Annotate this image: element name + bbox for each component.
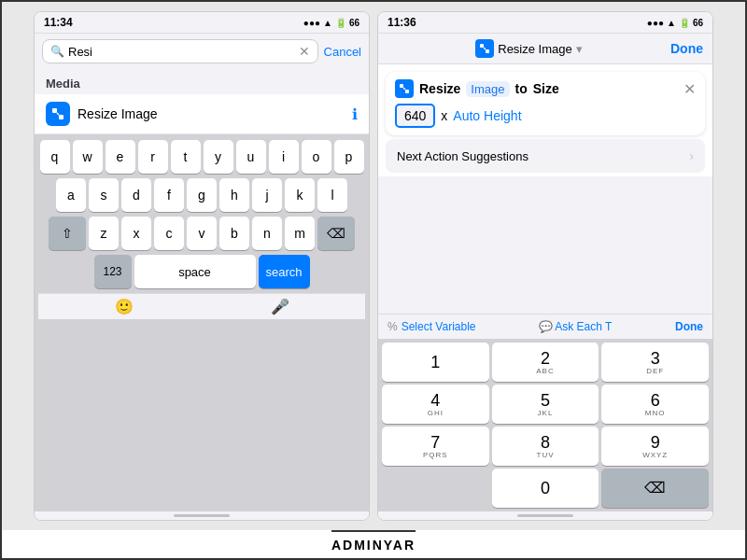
phone1-battery-value: 66 (349, 18, 359, 28)
svg-rect-7 (405, 90, 409, 93)
kb-t[interactable]: t (171, 140, 201, 174)
space-key[interactable]: space (134, 255, 256, 288)
action-card-row1: Resize Image to Size ✕ (395, 79, 696, 98)
kb-o[interactable]: o (302, 140, 331, 174)
phone1-search-text: Resi (68, 45, 295, 59)
kb-u[interactable]: u (236, 140, 266, 174)
np-7[interactable]: 7PQRS (382, 427, 489, 466)
kb-d[interactable]: d (121, 178, 151, 212)
kb-c[interactable]: c (154, 217, 184, 250)
action-close-btn[interactable]: ✕ (684, 80, 696, 98)
kb-f[interactable]: f (154, 178, 184, 212)
percent-icon: % (388, 320, 398, 333)
phone2-status-icons: ●●● ▲ 🔋 66 (647, 18, 703, 28)
width-input[interactable]: 640 (395, 104, 435, 128)
np-3[interactable]: 3DEF (601, 343, 709, 382)
resize-image-icon (46, 102, 70, 126)
phone2-time: 11:36 (388, 16, 416, 29)
kb-g[interactable]: g (187, 178, 217, 212)
delete-key[interactable]: ⌫ (317, 217, 355, 250)
kb-q[interactable]: q (40, 140, 70, 174)
phone2-header-chevron: ▾ (576, 42, 583, 56)
kb-h[interactable]: h (219, 178, 249, 212)
kb-b[interactable]: b (219, 217, 249, 250)
search-key[interactable]: search (259, 255, 310, 288)
kb-a[interactable]: a (56, 178, 86, 212)
resize-image-label: Resize Image (78, 106, 345, 121)
phone2-numpad: 1 2ABC 3DEF 4GHI 5JKL 6MNO 7PQRS 8TUV 9W… (378, 339, 712, 511)
phone2-header-title-text: Resize Image (498, 42, 571, 56)
home-line-2 (517, 514, 573, 517)
np-0[interactable]: 0 (492, 469, 599, 508)
np-delete[interactable]: ⌫ (601, 469, 709, 508)
kb-s[interactable]: s (89, 178, 119, 212)
svg-rect-0 (52, 108, 57, 113)
phone1-section-label: Media (35, 69, 369, 94)
svg-line-2 (57, 113, 59, 115)
svg-rect-4 (486, 49, 489, 53)
kb-v[interactable]: v (187, 217, 217, 250)
kb-j[interactable]: j (252, 178, 282, 212)
phone1: 11:34 ●●● ▲ 🔋 66 🔍 Resi ✕ Cancel Media (34, 11, 370, 521)
kb-n[interactable]: n (252, 217, 282, 250)
action-card: Resize Image to Size ✕ 640 x Auto Height (386, 72, 705, 135)
phone1-search-box[interactable]: 🔍 Resi ✕ (42, 39, 318, 63)
kb-row-4: 123 space search (38, 255, 365, 288)
np-6[interactable]: 6MNO (601, 385, 709, 424)
select-variable-btn[interactable]: Select Variable (402, 320, 476, 333)
np-2[interactable]: 2ABC (492, 343, 599, 382)
kb-p[interactable]: p (334, 140, 364, 174)
auto-height-link[interactable]: Auto Height (453, 108, 521, 123)
np-8[interactable]: 8TUV (492, 427, 599, 466)
phone1-time: 11:34 (44, 16, 73, 29)
kb-m[interactable]: m (285, 217, 315, 250)
phone2-wifi-icon: ▲ (667, 18, 676, 28)
kb-r[interactable]: r (138, 140, 168, 174)
next-action-row[interactable]: Next Action Suggestions › (386, 139, 705, 173)
kb-row-1: q w e r t y u i o p (38, 140, 365, 174)
svg-rect-1 (59, 115, 63, 119)
np-9[interactable]: 9WXYZ (601, 427, 709, 466)
emoji-icon[interactable]: 🙂 (115, 298, 134, 315)
kb-z[interactable]: z (89, 217, 119, 250)
np-1[interactable]: 1 (382, 343, 489, 382)
phone1-clear-icon[interactable]: ✕ (299, 44, 310, 59)
mic-icon[interactable]: 🎤 (271, 298, 289, 315)
np-5[interactable]: 5JKL (492, 385, 599, 424)
watermark: ADMINYAR (331, 530, 416, 558)
kb-k[interactable]: k (285, 178, 315, 212)
svg-rect-6 (400, 84, 403, 88)
kb-i[interactable]: i (269, 140, 299, 174)
action-x-label: x (441, 108, 447, 123)
kb-y[interactable]: y (204, 140, 233, 174)
phone1-battery-icon: 🔋 (335, 18, 346, 28)
info-button[interactable]: ℹ (352, 105, 358, 123)
kb-x[interactable]: x (121, 217, 151, 250)
phone2: 11:36 ●●● ▲ 🔋 66 (377, 11, 713, 521)
kb-e[interactable]: e (106, 140, 135, 174)
phones-row: 11:34 ●●● ▲ 🔋 66 🔍 Resi ✕ Cancel Media (2, 2, 745, 530)
message-icon: 💬 (539, 320, 553, 333)
phone1-home-indicator (35, 511, 369, 520)
numpad-row-3: 7PQRS 8TUV 9WXYZ (382, 427, 709, 466)
ask-each-label: Ask Each T (555, 320, 612, 333)
phone1-status-bar: 11:34 ●●● ▲ 🔋 66 (35, 12, 369, 34)
kb-w[interactable]: w (73, 140, 103, 174)
np-4[interactable]: 4GHI (382, 385, 489, 424)
phone2-header-icon (475, 39, 494, 58)
phone2-signal-icon: ●●● (647, 18, 664, 28)
phone1-cancel-btn[interactable]: Cancel (324, 45, 361, 59)
phone2-done-btn[interactable]: Done (670, 41, 703, 56)
shift-key[interactable]: ⇧ (49, 217, 86, 250)
kb-l[interactable]: l (317, 178, 347, 212)
num-switch-key[interactable]: 123 (94, 255, 132, 288)
ask-each-btn[interactable]: 💬 Ask Each T (539, 320, 612, 333)
phone2-done-small-btn[interactable]: Done (675, 320, 703, 333)
search-icon: 🔍 (50, 45, 64, 58)
action-image-chip[interactable]: Image (466, 81, 509, 97)
phone2-battery-value: 66 (693, 18, 703, 28)
phone2-header: Resize Image ▾ Done (378, 34, 712, 64)
numpad-row-2: 4GHI 5JKL 6MNO (382, 385, 709, 424)
phone1-wifi-icon: ▲ (323, 18, 332, 28)
list-item-resize[interactable]: Resize Image ℹ (35, 94, 369, 134)
